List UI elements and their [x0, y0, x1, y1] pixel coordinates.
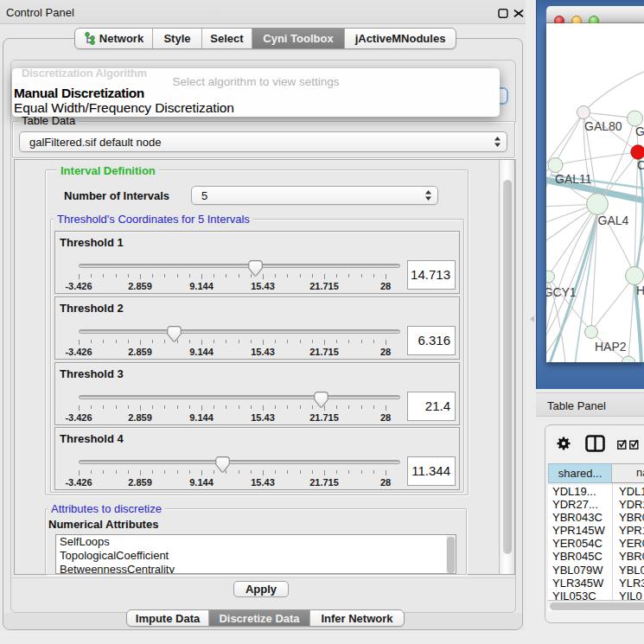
- svg-text:GAL11: GAL11: [555, 172, 592, 186]
- svg-text:GAL80: GAL80: [584, 119, 622, 133]
- svg-text:HAP2: HAP2: [595, 340, 627, 354]
- svg-text:GA: GA: [635, 124, 644, 138]
- svg-text:GAL4: GAL4: [598, 214, 629, 227]
- svg-text:GCY1: GCY1: [546, 285, 577, 299]
- svg-text:C: C: [637, 158, 644, 172]
- svg-text:H: H: [636, 284, 644, 297]
